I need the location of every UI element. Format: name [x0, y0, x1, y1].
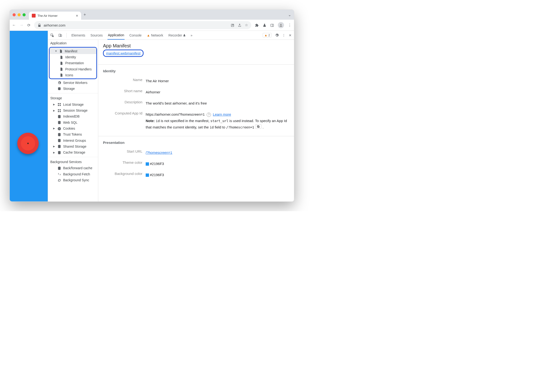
database-icon [57, 115, 61, 118]
tab-title: The Air Horner [37, 14, 58, 18]
svg-rect-13 [60, 109, 61, 110]
sidebar-item-websql[interactable]: Web SQL [48, 119, 98, 125]
section-identity: Identity [103, 69, 289, 73]
svg-point-18 [58, 127, 61, 130]
sidebar-item-protocol[interactable]: Protocol Handlers [50, 66, 96, 72]
close-window-button[interactable] [13, 13, 16, 16]
lock-icon [37, 23, 41, 27]
svg-point-3 [280, 24, 281, 25]
install-app-icon[interactable] [231, 23, 234, 27]
svg-point-21 [59, 129, 59, 129]
cookie-icon [57, 126, 61, 130]
warnings-badge[interactable]: ▲2 [263, 33, 272, 37]
tab-overflow-button[interactable]: ⌄ [288, 13, 291, 17]
new-tab-button[interactable]: + [84, 12, 86, 17]
svg-rect-5 [59, 34, 61, 37]
back-button[interactable]: ← [12, 23, 16, 27]
manifest-details: App Manifest manifest.webmanifest Identi… [98, 40, 294, 201]
database-icon [57, 87, 61, 91]
learn-more-link[interactable]: Learn more [213, 112, 231, 116]
manifest-link-highlight: manifest.webmanifest [103, 50, 144, 57]
row-name: Name The Air Horner [103, 75, 289, 87]
window-controls [13, 13, 26, 16]
browser-toolbar: ← → ⟳ airhorner.com ☆ [10, 20, 294, 31]
sidebar-item-indexeddb[interactable]: IndexedDB [48, 114, 98, 119]
svg-rect-27 [258, 126, 260, 128]
manifest-link[interactable]: manifest.webmanifest [106, 51, 140, 55]
row-shortname: Short name Airhorner [103, 87, 289, 98]
sidebar-section-application: Application [48, 40, 98, 46]
document-icon [60, 73, 63, 77]
sidebar-item-bfcache[interactable]: Back/forward cache [48, 165, 98, 171]
svg-rect-15 [60, 111, 61, 112]
tab-recorder[interactable]: Recorder [168, 31, 186, 40]
browser-tab[interactable]: The Air Horner ✕ [29, 12, 81, 20]
document-icon [60, 61, 63, 65]
svg-rect-11 [60, 105, 61, 106]
row-themecolor: Theme color #2196F3 [103, 158, 289, 169]
browser-window: The Air Horner ✕ + ⌄ ← → ⟳ airhorner.com [9, 9, 294, 202]
sidebar-item-session-storage[interactable]: ▶Session Storage [48, 107, 98, 113]
device-toggle-icon[interactable] [58, 33, 62, 37]
sidebar-item-service-workers[interactable]: Service Workers [48, 80, 98, 86]
forward-button[interactable]: → [20, 23, 23, 27]
airhorn-button[interactable] [17, 133, 39, 154]
sidebar-item-bgfetch[interactable]: Background Fetch [48, 171, 98, 177]
sync-icon [57, 178, 61, 182]
sidebar-item-cookies[interactable]: ▶Cookies [48, 125, 98, 131]
sidebar-item-presentation[interactable]: Presentation [50, 60, 96, 66]
database-icon [57, 150, 61, 154]
grid-icon [57, 108, 61, 112]
database-icon [57, 138, 61, 143]
start-url-link[interactable]: /?homescreen=1 [146, 151, 172, 154]
devtools-menu-button[interactable]: ⋮ [282, 33, 285, 37]
close-devtools-button[interactable]: ✕ [289, 33, 292, 37]
sidebar-item-cache-storage[interactable]: ▶Cache Storage [48, 149, 98, 155]
address-bar[interactable]: airhorner.com ☆ [34, 21, 251, 29]
sidebar-item-bgsync[interactable]: Background Sync [48, 177, 98, 183]
chevron-down-icon: ▼ [55, 50, 57, 52]
database-icon [57, 166, 61, 170]
sidebar-item-local-storage[interactable]: ▶Local Storage [48, 101, 98, 107]
svg-point-20 [60, 128, 60, 129]
sidebar-item-identity[interactable]: Identity [50, 54, 96, 60]
svg-rect-28 [257, 126, 259, 127]
sidebar-item-manifest[interactable]: ▼ Manifest [50, 48, 96, 54]
inspect-element-icon[interactable] [50, 33, 54, 37]
browser-menu-button[interactable]: ⋮ [288, 23, 292, 27]
settings-icon[interactable] [275, 33, 279, 37]
tab-application[interactable]: Application [107, 31, 125, 40]
tab-sources[interactable]: Sources [90, 31, 103, 40]
tab-network[interactable]: ▲Network [146, 31, 164, 40]
minimize-window-button[interactable] [18, 13, 21, 16]
info-icon[interactable]: ? [207, 113, 211, 117]
side-panel-icon[interactable] [270, 23, 274, 27]
page-content [10, 31, 48, 201]
tab-console[interactable]: Console [129, 31, 142, 40]
color-swatch [146, 162, 149, 166]
share-icon[interactable] [238, 23, 242, 27]
copy-button[interactable] [255, 125, 261, 129]
url-text: airhorner.com [44, 23, 65, 27]
document-icon [60, 67, 63, 71]
labs-icon[interactable] [263, 23, 266, 27]
bookmark-icon[interactable]: ☆ [245, 23, 248, 27]
reload-button[interactable]: ⟳ [27, 23, 30, 27]
gear-icon [57, 80, 61, 85]
tab-strip: The Air Horner ✕ + ⌄ [10, 10, 294, 20]
extensions-icon[interactable] [255, 23, 259, 27]
row-description: Description The world's best airhorner, … [103, 98, 289, 109]
more-tabs-button[interactable]: » [191, 33, 192, 37]
sidebar-item-trust-tokens[interactable]: Trust Tokens [48, 132, 98, 137]
sidebar-item-storage[interactable]: Storage [48, 86, 98, 92]
sidebar-item-shared-storage[interactable]: ▶Shared Storage [48, 143, 98, 149]
sidebar-item-interest-groups[interactable]: Interest Groups [48, 137, 98, 143]
row-bgcolor: Background color #2196F3 [103, 169, 289, 180]
profile-avatar[interactable] [278, 22, 284, 28]
close-tab-button[interactable]: ✕ [76, 14, 78, 18]
application-sidebar: Application ▼ Manifest Identity [48, 40, 98, 201]
maximize-window-button[interactable] [23, 13, 26, 16]
tab-elements[interactable]: Elements [71, 31, 86, 40]
sidebar-item-icons[interactable]: Icons [50, 72, 96, 78]
page-title: App Manifest [103, 43, 289, 49]
